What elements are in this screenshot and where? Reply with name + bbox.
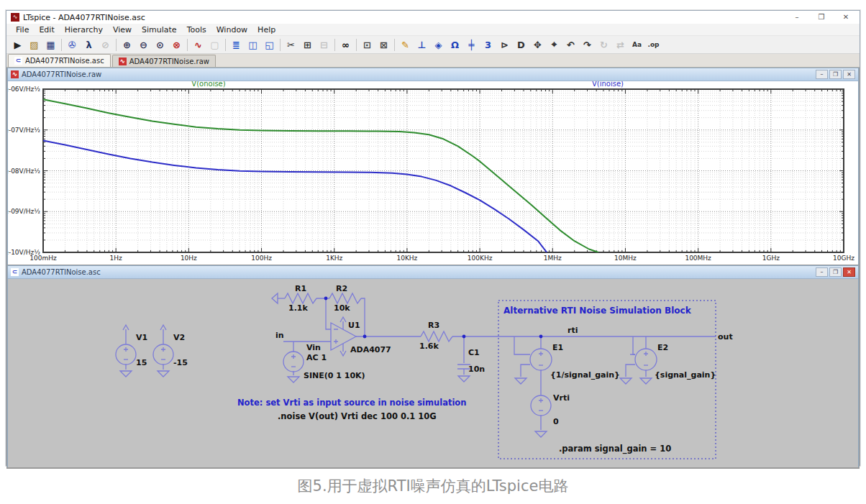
tab-ADA4077RTINoise.asc[interactable]: ⊂ADA4077RTINoise.asc <box>8 54 111 67</box>
svg-text:Vin: Vin <box>306 343 321 352</box>
toolbar-separator <box>280 39 281 51</box>
text-icon[interactable]: Aa <box>629 37 645 52</box>
x-tick-label: 100MHz <box>685 255 711 262</box>
title-bar[interactable]: ∿ LTspice - ADA4077RTINoise.asc –❐✕ <box>6 11 860 24</box>
restore-button[interactable]: ❐ <box>829 267 842 277</box>
schematic-window: ⊂ ADA4077RTINoise.asc –❐✕ <box>7 265 859 467</box>
control-panel-icon[interactable]: ✇ <box>64 37 81 52</box>
tab-ADA4077RTINoise.raw[interactable]: ∿ADA4077RTINoise.raw <box>112 55 216 67</box>
ground-icon[interactable]: ⊥ <box>414 37 430 52</box>
wire-block[interactable] <box>514 336 646 395</box>
close-button[interactable]: ✕ <box>841 12 851 22</box>
curve-V(onoise) <box>43 99 598 252</box>
inductor-icon[interactable]: 3 <box>480 37 496 52</box>
x-tick-label: 10KHz <box>396 255 417 262</box>
component-r1[interactable]: R1 1.1k <box>272 284 316 313</box>
plot-grid <box>43 89 844 252</box>
redo-icon[interactable]: ↷ <box>579 37 596 52</box>
minimize-button[interactable]: – <box>816 267 828 277</box>
legend-V(inoise)[interactable]: V(inoise) <box>592 81 624 88</box>
component-r2[interactable]: R2 10k <box>329 284 361 313</box>
move-icon[interactable]: ✥ <box>529 37 546 52</box>
svg-text:{1/signal_gain}: {1/signal_gain} <box>550 370 620 380</box>
waveform-doc-icon: ∿ <box>11 70 19 78</box>
y-tick-label: 1e-09V/Hz½ <box>8 208 40 215</box>
maximize-button[interactable]: ❐ <box>816 12 826 22</box>
component-v2[interactable]: V2 -15 <box>153 325 188 377</box>
page: ∿ LTspice - ADA4077RTINoise.asc –❐✕ File… <box>0 0 866 504</box>
run-icon[interactable]: λ <box>81 37 97 52</box>
schematic-window-titlebar[interactable]: ⊂ ADA4077RTINoise.asc –❐✕ <box>8 266 858 279</box>
schematic-doc-icon: ⊂ <box>14 57 22 65</box>
restore-button[interactable]: ❐ <box>829 70 842 79</box>
waveform-window-titlebar[interactable]: ∿ ADA4077RTINoise.raw –❐✕ <box>8 68 858 81</box>
component-e2[interactable]: E2 {signal_gain} <box>630 343 716 380</box>
pan-icon: ▢ <box>206 37 223 52</box>
menu-tools[interactable]: Tools <box>182 25 211 35</box>
print-icon[interactable]: ⊠ <box>375 37 392 52</box>
param-directive[interactable]: .param signal_gain = 10 <box>559 444 671 454</box>
menu-file[interactable]: File <box>11 25 34 35</box>
net-label-rti[interactable]: rti <box>568 326 578 335</box>
menu-view[interactable]: View <box>108 25 137 35</box>
tile-horizontally-icon[interactable]: ≣ <box>228 37 245 52</box>
menu-help[interactable]: Help <box>252 25 281 35</box>
waveform-doc-icon: ∿ <box>119 58 127 65</box>
block-title: Alternative RTI Noise Simulation Block <box>503 306 692 316</box>
print-setup-icon[interactable]: ⊡ <box>359 37 375 52</box>
draw-wire-icon[interactable]: ✎ <box>397 37 414 52</box>
svg-text:10n: 10n <box>468 365 485 374</box>
menu-hierarchy[interactable]: Hierarchy <box>60 25 108 35</box>
junction-dot <box>539 335 543 339</box>
ltspice-logo-icon: ∿ <box>11 13 19 22</box>
undo-icon[interactable]: ↶ <box>562 37 579 52</box>
component-icon[interactable]: D <box>513 37 529 52</box>
menu-edit[interactable]: Edit <box>34 25 59 35</box>
component-e1[interactable]: E1 {1/signal_gain} <box>525 343 620 380</box>
legend-V(onoise)[interactable]: V(onoise) <box>191 81 225 88</box>
new-schematic-icon[interactable]: ▶ <box>9 37 26 52</box>
x-tick-label: 1KHz <box>326 255 342 262</box>
component-c1[interactable]: C1 10n <box>457 336 485 382</box>
component-r3[interactable]: R3 1.6k <box>419 321 452 351</box>
window-title: LTspice - ADA4077RTINoise.asc <box>23 13 145 22</box>
minimize-button[interactable]: – <box>792 12 802 22</box>
svg-text:R2: R2 <box>336 284 347 293</box>
close-button[interactable]: ✕ <box>843 70 855 79</box>
drag-icon[interactable]: ⌖ <box>546 37 562 52</box>
zoom-area-icon[interactable]: ⊕ <box>119 37 135 52</box>
label-net-icon[interactable]: ◈ <box>430 37 447 52</box>
zoom-full-extents-icon[interactable]: ⊗ <box>168 37 185 52</box>
svg-text:SINE(0 1 10K): SINE(0 1 10K) <box>304 371 365 380</box>
svg-text:-15: -15 <box>173 358 188 367</box>
resistor-icon[interactable]: Ω <box>447 37 463 52</box>
component-vrti[interactable]: Vrti 0 <box>531 393 570 437</box>
component-v1[interactable]: V1 15 <box>116 325 147 377</box>
waveform-window-title: ADA4077RTINoise.raw <box>22 70 101 78</box>
cut-icon[interactable]: ✂ <box>283 37 299 52</box>
x-tick-label: 1GHz <box>762 255 780 262</box>
save-icon[interactable]: ▦ <box>42 37 59 52</box>
net-label-in: in <box>275 331 284 340</box>
zoom-out-icon[interactable]: ⊙ <box>152 37 168 52</box>
note-text[interactable]: Note: set Vrti as input source in noise … <box>237 398 466 408</box>
cascade-windows-icon[interactable]: ◱ <box>261 37 278 52</box>
tile-vertically-icon[interactable]: ◫ <box>245 37 261 52</box>
spice-directive-icon[interactable]: .op <box>645 37 662 52</box>
copy-icon[interactable]: ⊞ <box>299 37 316 52</box>
open-file-icon[interactable]: ▨ <box>26 37 42 52</box>
menu-window[interactable]: Window <box>211 25 252 35</box>
net-label-out[interactable]: out <box>718 332 733 342</box>
diode-icon[interactable]: ⊳ <box>496 37 513 52</box>
minimize-button[interactable]: – <box>816 70 828 79</box>
menu-simulate[interactable]: Simulate <box>137 25 182 35</box>
zoom-back-icon[interactable]: ⊖ <box>135 37 152 52</box>
capacitor-icon[interactable]: ╪ <box>463 37 480 52</box>
close-button[interactable]: ✕ <box>843 267 855 277</box>
rti-noise-block[interactable]: Alternative RTI Noise Simulation Block <box>498 301 716 459</box>
autorange-icon[interactable]: ∿ <box>190 37 206 52</box>
find-icon[interactable]: ∞ <box>337 37 354 52</box>
figure-caption: 图5.用于虚拟RTI噪声仿真的LTspice电路 <box>0 476 866 496</box>
noise-directive[interactable]: .noise V(out) Vrti dec 100 0.1 10G <box>278 411 437 421</box>
svg-text:E2: E2 <box>657 343 668 352</box>
